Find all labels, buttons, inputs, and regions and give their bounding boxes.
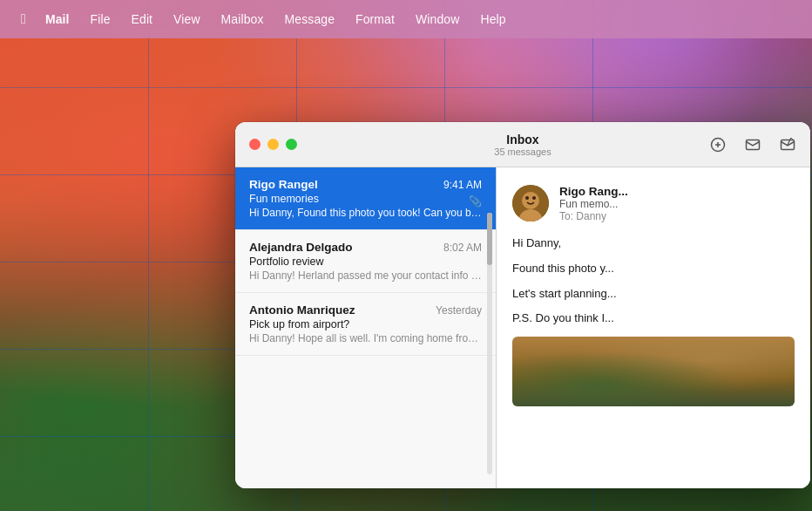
message-preview-2: Hi Danny! Herland passed me your contact… [249,269,482,282]
window-titlebar: Inbox 35 messages [235,122,810,167]
menu-mail[interactable]: Mail [37,9,78,30]
detail-sender: Rigo Rang... [559,185,795,198]
detail-image [512,337,795,406]
menu-edit[interactable]: Edit [123,9,162,30]
compose-icon[interactable] [744,136,761,153]
window-content: Rigo Rangel 9:41 AM Fun memories Hi Dann… [235,167,810,488]
detail-body-line-1: Hi Danny, [512,235,795,253]
message-header-3: Antonio Manriquez Yesterday [249,303,482,317]
menu-help[interactable]: Help [471,9,514,30]
scroll-thumb[interactable] [487,213,492,265]
message-item-2[interactable]: Alejandra Delgado 8:02 AM Portfolio revi… [235,230,496,293]
menu-view[interactable]: View [165,9,209,30]
detail-body-line-2: Found this photo y... [512,260,795,278]
message-subject-3: Pick up from airport? [249,318,482,330]
detail-header: Rigo Rang... Fun memo... To: Danny [512,185,795,222]
filter-icon[interactable] [709,136,727,153]
message-detail: Rigo Rang... Fun memo... To: Danny Hi Da… [497,167,810,488]
detail-to: To: Danny [559,210,795,222]
detail-body: Hi Danny, Found this photo y... Let's st… [512,235,795,328]
menu-mailbox[interactable]: Mailbox [213,9,273,30]
menu-message[interactable]: Message [276,9,344,30]
menu-format[interactable]: Format [347,9,403,30]
avatar [512,185,549,221]
message-preview-1: Hi Danny, Found this photo you took! Can… [249,207,482,219]
message-sender-2: Alejandra Delgado [249,241,353,254]
message-time-3: Yesterday [436,304,482,317]
window-subtitle: 35 messages [494,146,551,157]
window-title: Inbox [494,133,551,146]
message-header-2: Alejandra Delgado 8:02 AM [249,241,482,254]
apple-menu[interactable]:  [14,8,33,31]
traffic-lights [249,139,297,150]
menu-bar:  Mail File Edit View Mailbox Message Fo… [0,0,812,38]
attachment-icon-1: 📎 [469,195,482,208]
message-header-1: Rigo Rangel 9:41 AM [249,178,482,191]
message-time-2: 8:02 AM [443,242,482,254]
svg-point-9 [532,196,536,200]
new-message-icon[interactable] [779,136,796,153]
detail-subject: Fun memo... [559,198,795,210]
menu-file[interactable]: File [82,9,119,30]
detail-image-content [512,337,795,406]
message-list: Rigo Rangel 9:41 AM Fun memories Hi Dann… [235,167,497,488]
minimize-button[interactable] [267,139,279,150]
message-subject-1: Fun memories [249,193,482,205]
message-item-3[interactable]: Antonio Manriquez Yesterday Pick up from… [235,293,496,356]
message-preview-3: Hi Danny! Hope all is well. I'm coming h… [249,332,482,344]
message-subject-2: Portfolio review [249,256,482,268]
window-title-area: Inbox 35 messages [494,133,551,157]
menu-window[interactable]: Window [407,9,468,30]
svg-point-6 [522,192,539,209]
mail-window: Inbox 35 messages [235,122,810,488]
detail-body-line-3: Let's start planning... [512,285,795,303]
detail-meta: Rigo Rang... Fun memo... To: Danny [559,185,795,222]
message-sender-3: Antonio Manriquez [249,303,355,317]
maximize-button[interactable] [286,139,297,150]
message-time-1: 9:41 AM [443,179,482,191]
scroll-track[interactable] [487,213,492,474]
message-sender-1: Rigo Rangel [249,178,318,191]
close-button[interactable] [249,139,261,150]
svg-rect-3 [747,140,760,149]
svg-point-8 [525,196,529,200]
message-item-1[interactable]: Rigo Rangel 9:41 AM Fun memories Hi Dann… [235,167,496,230]
detail-body-line-4: P.S. Do you think I... [512,310,795,328]
titlebar-actions [709,136,796,153]
